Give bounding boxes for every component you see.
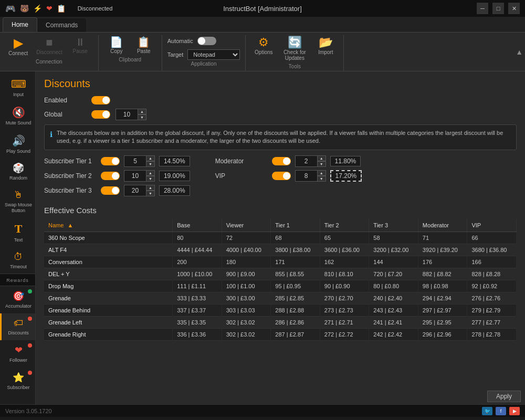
table-row: Grenade333 | £3.33300 | £3.00285 | £2.85… <box>44 292 517 304</box>
tier1-toggle[interactable] <box>101 157 120 165</box>
tier3-spin-down[interactable]: ▼ <box>146 191 155 196</box>
cell-value: 71 <box>418 232 467 244</box>
cell-value: 295 | £2.95 <box>418 316 467 328</box>
sidebar-item-timeout[interactable]: ⏱ Timeout <box>0 247 35 274</box>
cell-value: 276 | £2.76 <box>467 292 517 304</box>
paste-label: Paste <box>137 48 151 54</box>
tier3-toggle[interactable] <box>101 186 120 195</box>
col-viewer[interactable]: Viewer <box>222 219 271 232</box>
tier1-spin-up[interactable]: ▲ <box>146 155 155 161</box>
global-toggle[interactable] <box>91 110 110 119</box>
sidebar-label-timeout: Timeout <box>10 264 27 270</box>
tab-home[interactable]: Home <box>3 17 37 32</box>
vip-spin-up[interactable]: ▲ <box>317 170 326 176</box>
moderator-input[interactable] <box>295 155 317 167</box>
enabled-toggle[interactable] <box>91 96 110 104</box>
tier3-row: Subscriber Tier 3 ▲ ▼ 28.00% <box>44 185 517 196</box>
status-icon-2[interactable]: f <box>496 407 506 415</box>
sidebar-item-mute-sound[interactable]: 🔇 Mute Sound <box>0 102 35 130</box>
cell-value: 241 | £2.41 <box>369 316 418 328</box>
cell-name: Grenade Right <box>44 328 173 340</box>
tier3-spin-up[interactable]: ▲ <box>146 185 155 191</box>
global-spinner[interactable]: ▲ ▼ <box>116 109 146 120</box>
cell-value: 180 <box>222 256 271 268</box>
col-moderator[interactable]: Moderator <box>418 219 467 232</box>
col-tier1[interactable]: Tier 1 <box>271 219 320 232</box>
tier2-toggle[interactable] <box>101 172 120 180</box>
global-spin-up[interactable]: ▲ <box>138 109 146 114</box>
paste-button[interactable]: 📋 Paste <box>131 35 156 56</box>
moderator-spin-down[interactable]: ▼ <box>317 161 326 167</box>
tier2-spin-up[interactable]: ▲ <box>146 170 155 176</box>
vip-spin-down[interactable]: ▼ <box>317 176 326 182</box>
tier3-spinner[interactable]: ▲ ▼ <box>124 185 155 196</box>
sidebar-label-text: Text <box>14 237 23 243</box>
col-vip[interactable]: VIP <box>467 219 517 232</box>
cell-value: 98 | £0.98 <box>418 280 467 292</box>
close-button[interactable]: ✕ <box>508 3 520 14</box>
tier1-spin-down[interactable]: ▼ <box>146 161 155 167</box>
options-icon: ⚙ <box>258 37 269 48</box>
sidebar-item-input[interactable]: ⌨ Input <box>0 74 35 102</box>
ribbon-collapse-arrow[interactable]: ▲ <box>516 48 523 56</box>
vip-toggle[interactable] <box>272 172 291 180</box>
col-base[interactable]: Base <box>173 219 222 232</box>
tier3-label: Subscriber Tier 3 <box>44 187 97 194</box>
global-spin-down[interactable]: ▼ <box>138 114 146 120</box>
col-name[interactable]: Name ▲ <box>44 219 173 232</box>
enabled-row: Enabled <box>44 96 517 104</box>
check-updates-button[interactable]: 🔄 Check for Updates <box>278 35 311 62</box>
options-button[interactable]: ⚙ Options <box>251 35 276 57</box>
tier2-spinner[interactable]: ▲ ▼ <box>124 170 155 182</box>
col-tier3[interactable]: Tier 3 <box>369 219 418 232</box>
sidebar-item-swap-mouse-button[interactable]: 🖱 Swap Mouse Button <box>0 185 35 218</box>
moderator-toggle[interactable] <box>272 157 291 165</box>
col-tier2[interactable]: Tier 2 <box>320 219 369 232</box>
target-select[interactable]: Notepad <box>187 49 240 60</box>
tier1-input[interactable] <box>124 155 146 167</box>
maximize-button[interactable]: □ <box>492 3 504 14</box>
vip-spinner[interactable]: ▲ ▼ <box>295 170 326 182</box>
titlebar-left: 🎮 🐻 ⚡ ❤ 📋 Disconnected <box>5 4 112 14</box>
cell-value: 3920 | £39.20 <box>418 244 467 256</box>
sidebar-item-text[interactable]: T Text <box>0 218 35 247</box>
connect-button[interactable]: ▶ Connect <box>5 35 31 58</box>
timeout-icon: ⏱ <box>14 251 23 262</box>
tab-commands[interactable]: Commands <box>37 18 86 32</box>
tier3-input[interactable] <box>124 185 146 196</box>
moderator-spinner[interactable]: ▲ ▼ <box>295 155 326 167</box>
status-icon-3[interactable]: ▶ <box>509 407 520 415</box>
automatic-toggle[interactable] <box>197 37 216 45</box>
cell-value: 3800 | £38.00 <box>271 244 320 256</box>
moderator-spin-up[interactable]: ▲ <box>317 155 326 161</box>
tier1-spinner[interactable]: ▲ ▼ <box>124 155 155 167</box>
cell-value: 287 | £2.87 <box>271 328 320 340</box>
cell-value: 72 <box>222 232 271 244</box>
global-input[interactable] <box>116 109 138 120</box>
import-button[interactable]: 📂 Import <box>313 35 338 57</box>
copy-button[interactable]: 📄 Copy <box>104 35 129 56</box>
apply-row: Apply <box>36 388 525 404</box>
sidebar-label-accumulator: Accumulator <box>5 303 32 309</box>
sidebar-item-random[interactable]: 🎲 Random <box>0 158 35 185</box>
apply-button[interactable]: Apply <box>487 391 521 402</box>
cell-value: 277 | £2.77 <box>467 316 517 328</box>
subscriber-badge <box>28 371 32 375</box>
cell-value: 176 <box>418 256 467 268</box>
cell-value: 337 | £3.37 <box>173 304 222 316</box>
options-label: Options <box>255 49 272 55</box>
vip-input[interactable] <box>295 170 317 182</box>
sidebar-label-input: Input <box>13 92 24 98</box>
minimize-button[interactable]: ─ <box>477 3 488 14</box>
swap-mouse-icon: 🖱 <box>14 190 23 201</box>
tier2-input[interactable] <box>124 170 146 182</box>
status-icon-1[interactable]: 🐦 <box>482 407 492 415</box>
sidebar-item-play-sound[interactable]: 🔊 Play Sound <box>0 130 35 159</box>
tier2-spin-down[interactable]: ▼ <box>146 176 155 182</box>
tier1-moderator-row: Subscriber Tier 1 ▲ ▼ 14.50% Moderator <box>44 155 517 167</box>
table-scroll-inner[interactable]: Name ▲ Base Viewer Tier 1 Tier 2 Tier 3 … <box>44 219 517 382</box>
cell-value: 288 | £2.88 <box>271 304 320 316</box>
stop-icon: ■ <box>46 37 52 48</box>
pause-button[interactable]: ⏸ Pause <box>68 35 93 56</box>
disconnect-button[interactable]: ■ Disconnect <box>33 35 65 57</box>
